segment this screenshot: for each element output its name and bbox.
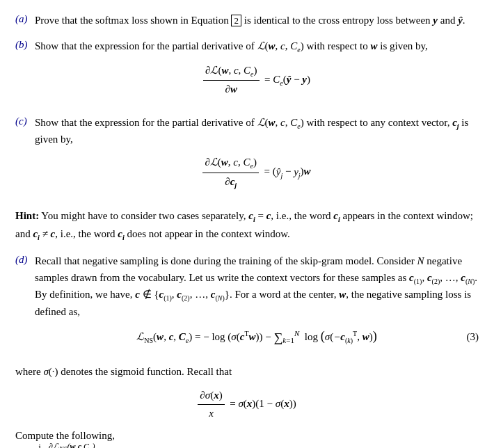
frac-c: ∂ℒ(w, c, Ce) ∂cj <box>202 154 259 191</box>
hint-block: Hint: You might have to consider two cas… <box>15 207 479 243</box>
frac-b: ∂ℒ(w, c, Ce) ∂w <box>203 63 260 98</box>
func-b: ℒ <box>257 40 265 51</box>
list-item-i: i. ∂ℒNS(w,c,Ce) ∂w <box>22 442 479 448</box>
compute-list: i. ∂ℒNS(w,c,Ce) ∂w ii. ∂ℒNS(w,c,Ce) ∂c i… <box>22 442 479 448</box>
label-a: (a) <box>15 13 35 25</box>
var-y: y <box>433 15 438 26</box>
hint-label: Hint: <box>15 210 39 221</box>
content-c: Show that the expression for the partial… <box>35 115 479 198</box>
label-c: (c) <box>15 115 35 127</box>
equation-c: ∂ℒ(w, c, Ce) ∂cj = (ŷj − yj)w <box>35 154 479 191</box>
section-b: (b) Show that the expression for the par… <box>15 38 479 104</box>
section-c: (c) Show that the expression for the par… <box>15 115 479 198</box>
eq-ref-2: 2 <box>231 15 241 26</box>
frac-sigma: ∂σ(x) x <box>198 387 224 422</box>
equation-sigma: ∂σ(x) x = σ(x)(1 − σ(x)) <box>15 387 479 422</box>
content-b: Show that the expression for the partial… <box>35 38 479 104</box>
equation-b: ∂ℒ(w, c, Ce) ∂w = Ce(ŷ − y) <box>35 63 479 98</box>
equation-d: ℒNS(w, c, Ce) = − log (σ(cTw)) − ∑k=1N l… <box>35 327 479 348</box>
label-b: (b) <box>15 38 35 51</box>
section-d: (d) Recall that negative sampling is don… <box>15 253 479 354</box>
label-d: (d) <box>15 253 35 266</box>
where-block: where σ(·) denotes the sigmoid function.… <box>15 364 479 422</box>
section-a: (a) Prove that the softmax loss shown in… <box>15 13 479 29</box>
content-a: Prove that the softmax loss shown in Equ… <box>35 13 479 29</box>
eq-num-3: (3) <box>467 329 479 345</box>
frac-i: ∂ℒNS(w,c,Ce) ∂w <box>47 442 96 448</box>
compute-block: Compute the following, i. ∂ℒNS(w,c,Ce) ∂… <box>15 430 479 448</box>
var-yhat: ŷ <box>458 15 463 26</box>
var-w-b: w <box>370 40 377 51</box>
compute-label: Compute the following, <box>15 430 479 442</box>
content-d: Recall that negative sampling is done du… <box>35 253 479 354</box>
